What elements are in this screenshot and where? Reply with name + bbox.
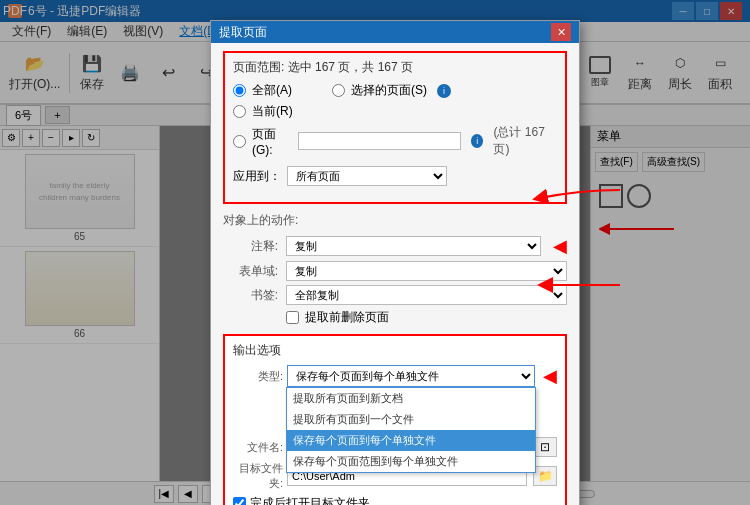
radio-all-row: 全部(A) bbox=[233, 82, 292, 99]
dialog-title-bar: 提取页面 ✕ bbox=[211, 21, 579, 43]
radio-front-label: 当前(R) bbox=[252, 103, 293, 120]
annot-row: 注释: 复制 ◀ bbox=[223, 235, 567, 257]
target-browse-btn[interactable]: 📁 bbox=[533, 466, 557, 486]
radio-selected-label: 选择的页面(S) bbox=[351, 82, 427, 99]
formfield-row: 表单域: 复制 bbox=[223, 261, 567, 281]
arrow-right-2: ◀ bbox=[543, 365, 557, 387]
open-after-checkbox-row: 完成后打开目标文件夹 bbox=[233, 495, 557, 505]
dropdown-item-1[interactable]: 提取所有页面到一个文件 bbox=[287, 409, 535, 430]
type-label: 类型: bbox=[233, 369, 283, 384]
open-after-label: 完成后打开目标文件夹 bbox=[250, 495, 370, 505]
annot-label: 注释: bbox=[223, 238, 278, 255]
action-section: 对象上的动作: 注释: 复制 ◀ 表单域: 复制 书签: 全部复制 bbox=[223, 212, 567, 326]
radio-selected[interactable] bbox=[332, 84, 345, 97]
type-dropdown: 提取所有页面到新文档 提取所有页面到一个文件 保存每个页面到每个单独文件 保存每… bbox=[286, 387, 536, 473]
page-count-info[interactable]: i bbox=[471, 134, 484, 148]
bookmark-row: 书签: 全部复制 bbox=[223, 285, 567, 305]
radio-page[interactable] bbox=[233, 135, 246, 148]
radio-front[interactable] bbox=[233, 105, 246, 118]
action-header: 对象上的动作: bbox=[223, 212, 567, 229]
radio-page-label: 页面(G): bbox=[252, 126, 292, 157]
arrow-right-1: ◀ bbox=[553, 235, 567, 257]
filename-label: 文件名: bbox=[233, 440, 283, 455]
radio-page-row: 页面(G): i (总计 167 页) bbox=[233, 124, 557, 158]
info-icon[interactable]: i bbox=[437, 84, 451, 98]
export-header: 输出选项 bbox=[233, 342, 557, 359]
browse-icon: ⊡ bbox=[540, 440, 550, 454]
dropdown-item-0[interactable]: 提取所有页面到新文档 bbox=[287, 388, 535, 409]
page-range-header: 页面范围: 选中 167 页，共 167 页 bbox=[233, 59, 557, 76]
filename-browse-btn[interactable]: ⊡ bbox=[533, 437, 557, 457]
radio-front-row: 当前(R) bbox=[233, 103, 557, 120]
delete-pages-checkbox[interactable] bbox=[286, 311, 299, 324]
delete-pages-label: 提取前删除页面 bbox=[305, 309, 389, 326]
radio-group: 全部(A) 选择的页面(S) i 当前(R) 页面(G): i bbox=[233, 82, 557, 158]
dialog-body: 页面范围: 选中 167 页，共 167 页 全部(A) 选择的页面(S) i bbox=[211, 43, 579, 505]
type-select[interactable]: 提取所有页面到新文档 提取所有页面到一个文件 保存每个页面到每个单独文件 保存每… bbox=[287, 365, 535, 387]
extract-pages-dialog: 提取页面 ✕ 页面范围: 选中 167 页，共 167 页 全部(A) 选择的页… bbox=[210, 20, 580, 505]
bookmark-select[interactable]: 全部复制 bbox=[286, 285, 567, 305]
radio-selected-row: 选择的页面(S) i bbox=[332, 82, 451, 99]
radio-all[interactable] bbox=[233, 84, 246, 97]
export-section: 输出选项 类型: 提取所有页面到新文档 提取所有页面到一个文件 保存每个页面到每… bbox=[223, 334, 567, 505]
apply-label: 应用到： bbox=[233, 168, 281, 185]
formfield-label: 表单域: bbox=[223, 263, 278, 280]
delete-checkbox-row: 提取前删除页面 bbox=[223, 309, 567, 326]
dropdown-item-3[interactable]: 保存每个页面范围到每个单独文件 bbox=[287, 451, 535, 472]
annot-select[interactable]: 复制 bbox=[286, 236, 541, 256]
page-range-section: 页面范围: 选中 167 页，共 167 页 全部(A) 选择的页面(S) i bbox=[223, 51, 567, 204]
apply-row: 应用到： 所有页面 bbox=[233, 166, 557, 186]
apply-select[interactable]: 所有页面 bbox=[287, 166, 447, 186]
page-count-hint: (总计 167 页) bbox=[493, 124, 557, 158]
open-after-checkbox[interactable] bbox=[233, 497, 246, 505]
target-label: 目标文件夹: bbox=[233, 461, 283, 491]
type-select-container: 提取所有页面到新文档 提取所有页面到一个文件 保存每个页面到每个单独文件 保存每… bbox=[287, 365, 535, 387]
formfield-select[interactable]: 复制 bbox=[286, 261, 567, 281]
page-range-input[interactable] bbox=[298, 132, 461, 150]
type-row: 类型: 提取所有页面到新文档 提取所有页面到一个文件 保存每个页面到每个单独文件… bbox=[233, 365, 557, 387]
folder-icon: 📁 bbox=[538, 469, 553, 483]
bookmark-label: 书签: bbox=[223, 287, 278, 304]
radio-all-label: 全部(A) bbox=[252, 82, 292, 99]
dialog-title-text: 提取页面 bbox=[219, 24, 551, 41]
dialog-close-button[interactable]: ✕ bbox=[551, 23, 571, 41]
dropdown-item-2[interactable]: 保存每个页面到每个单独文件 bbox=[287, 430, 535, 451]
